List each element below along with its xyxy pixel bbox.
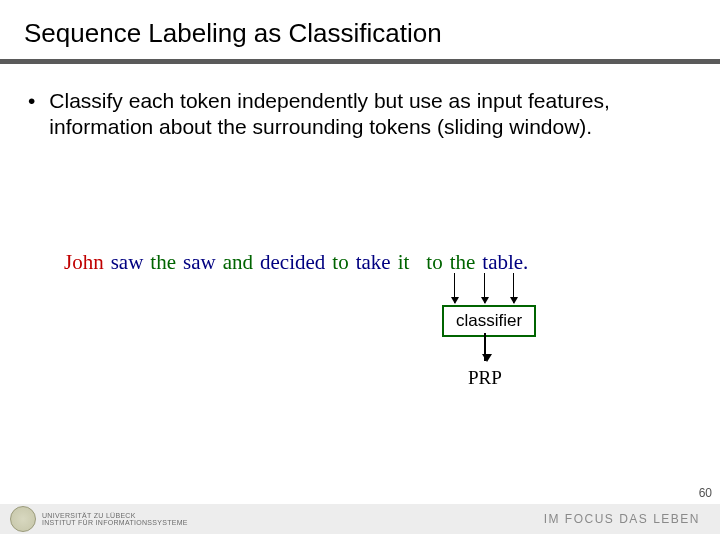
token-11: table. bbox=[482, 250, 528, 275]
university-line1: UNIVERSITÄT ZU LÜBECK bbox=[42, 512, 188, 519]
classifier-box: classifier bbox=[442, 305, 536, 337]
footer-bar: UNIVERSITÄT ZU LÜBECK INSTITUT FÜR INFOR… bbox=[0, 504, 720, 534]
arrow-input-2 bbox=[484, 273, 485, 303]
token-5: decided bbox=[260, 250, 325, 275]
token-6: to bbox=[332, 250, 348, 275]
arrow-output bbox=[484, 333, 486, 361]
token-4: and bbox=[223, 250, 253, 275]
example-sentence: Johnsawthesawanddecidedtotakeittothetabl… bbox=[64, 250, 535, 275]
output-tag: PRP bbox=[468, 367, 502, 389]
token-2: the bbox=[150, 250, 176, 275]
bullet-text: Classify each token independently but us… bbox=[49, 88, 680, 141]
slide-title: Sequence Labeling as Classification bbox=[0, 0, 720, 57]
title-rule bbox=[0, 59, 720, 64]
token-9: to bbox=[426, 250, 442, 275]
token-1: saw bbox=[111, 250, 144, 275]
token-7: take bbox=[356, 250, 391, 275]
university-seal-icon bbox=[10, 506, 36, 532]
university-line2: INSTITUT FÜR INFORMATIONSSYSTEME bbox=[42, 519, 188, 526]
footer-tagline: IM FOCUS DAS LEBEN bbox=[544, 512, 700, 526]
token-3: saw bbox=[183, 250, 216, 275]
arrow-input-1 bbox=[454, 273, 455, 303]
token-0: John bbox=[64, 250, 104, 275]
footer-logo: UNIVERSITÄT ZU LÜBECK INSTITUT FÜR INFOR… bbox=[10, 506, 188, 532]
token-8: it bbox=[398, 250, 410, 275]
bullet-dot: • bbox=[28, 88, 35, 141]
bullet-item: • Classify each token independently but … bbox=[0, 88, 720, 141]
page-number: 60 bbox=[699, 486, 712, 500]
token-10: the bbox=[450, 250, 476, 275]
arrow-input-3 bbox=[513, 273, 514, 303]
